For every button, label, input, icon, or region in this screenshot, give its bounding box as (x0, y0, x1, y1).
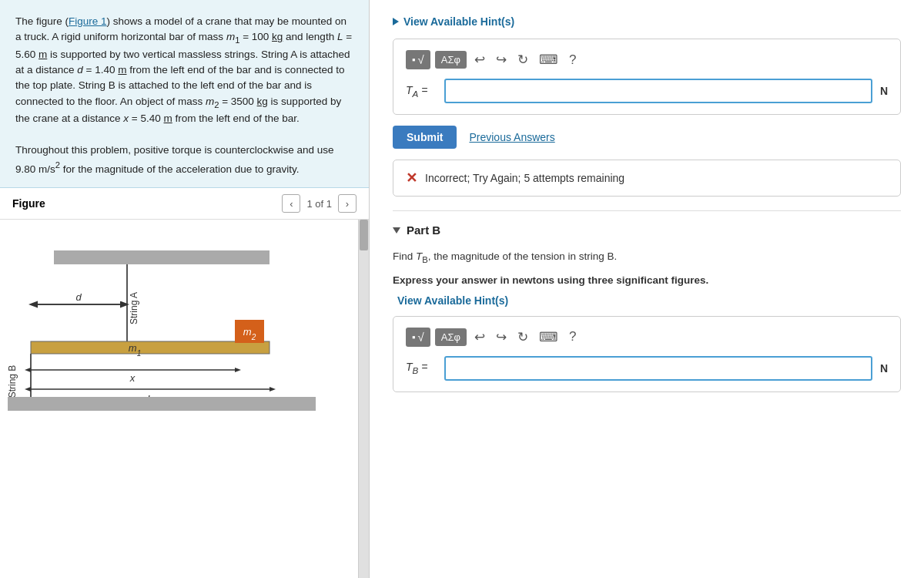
horizontal-bar (31, 341, 270, 354)
submit-button[interactable]: Submit (393, 126, 457, 149)
redo-button[interactable]: ↪ (493, 50, 510, 69)
hint-link-partA[interactable]: View Available Hint(s) (393, 15, 901, 28)
sqrt-icon-b: √ (418, 331, 424, 344)
symbol-button[interactable]: ΑΣφ (435, 51, 467, 69)
part-b-description: Find TB, the magnitude of the tension in… (393, 249, 901, 267)
toolbar-partA: ▪ √ ΑΣφ ↩ ↪ ↻ ⌨ ? (406, 50, 888, 69)
error-box: ✕ Incorrect; Try Again; 5 attempts remai… (393, 160, 901, 197)
partB-answer-input[interactable] (444, 356, 872, 381)
part-b-express: Express your answer in newtons using thr… (393, 273, 901, 288)
figure-prev-button[interactable]: ‹ (282, 194, 300, 213)
matrix-icon: ▪ (412, 54, 416, 66)
figure-navigation: ‹ 1 of 1 › (282, 194, 357, 213)
left-inner: m2 m1 d x L (0, 220, 369, 578)
partB-unit: N (880, 362, 888, 375)
L-arrow-right (270, 387, 276, 391)
redo-button-b[interactable]: ↪ (493, 328, 510, 347)
previous-answers-link[interactable]: Previous Answers (469, 131, 554, 143)
part-divider (393, 210, 901, 211)
partA-unit: N (880, 85, 888, 97)
string-b-label: String B (8, 365, 18, 398)
bottom-plate (8, 397, 316, 411)
answer-box-partA: ▪ √ ΑΣφ ↩ ↪ ↻ ⌨ ? TA = N (393, 39, 901, 115)
help-button[interactable]: ? (566, 51, 579, 69)
x-arrow-left (25, 368, 31, 372)
torque-text: Throughout this problem, positive torque… (15, 143, 353, 176)
figure-link[interactable]: Figure 1 (69, 15, 107, 27)
matrix-icon-b: ▪ (412, 331, 416, 343)
scroll-thumb (360, 220, 368, 250)
diagram-svg: m2 m1 d x L (8, 227, 316, 428)
part-b-label: Part B (407, 223, 440, 237)
left-panel: The figure (Figure 1) shows a model of a… (0, 0, 370, 578)
hint-link-label: View Available Hint(s) (403, 15, 514, 28)
keyboard-button-b[interactable]: ⌨ (536, 328, 561, 347)
toolbar-partB: ▪ √ ΑΣφ ↩ ↪ ↻ ⌨ ? (406, 328, 888, 347)
input-row-partA: TA = N (406, 79, 888, 103)
undo-button-b[interactable]: ↩ (471, 328, 488, 347)
part-b-header: Part B (393, 223, 901, 237)
answer-box-partB: ▪ √ ΑΣφ ↩ ↪ ↻ ⌨ ? TB = N (393, 316, 901, 392)
matrix-sqrt-button-b[interactable]: ▪ √ (406, 328, 430, 347)
x-label: x (129, 372, 136, 384)
partB-input-label: TB = (406, 361, 437, 375)
figure-next-button[interactable]: › (338, 194, 357, 213)
symbol-button-b[interactable]: ΑΣφ (435, 328, 467, 346)
error-icon: ✕ (406, 170, 417, 187)
symbol-label: ΑΣφ (441, 54, 460, 66)
sqrt-icon: √ (418, 53, 424, 66)
symbol-label-b: ΑΣφ (441, 331, 460, 343)
undo-button[interactable]: ↩ (471, 50, 488, 69)
hint-link-partB[interactable]: View Available Hint(s) (393, 294, 901, 307)
figure-header: Figure ‹ 1 of 1 › (0, 188, 369, 220)
figure-area: m2 m1 d x L (0, 220, 358, 578)
L-arrow-left (25, 387, 31, 391)
hint-partB-label: View Available Hint(s) (397, 294, 508, 307)
problem-text-area: The figure (Figure 1) shows a model of a… (0, 0, 369, 188)
partA-input-label: TA = (406, 84, 437, 99)
submit-row-partA: Submit Previous Answers (393, 126, 901, 149)
hint-triangle-icon (393, 18, 399, 25)
input-row-partB: TB = N (406, 356, 888, 381)
string-a-label: String A (129, 292, 139, 324)
part-b-triangle-icon[interactable] (393, 227, 400, 234)
d-label: d (75, 291, 82, 303)
scroll-indicator[interactable] (358, 220, 369, 578)
error-message: Incorrect; Try Again; 5 attempts remaini… (425, 172, 624, 184)
right-panel: View Available Hint(s) ▪ √ ΑΣφ ↩ ↪ ↻ ⌨ ?… (370, 0, 924, 578)
refresh-button[interactable]: ↻ (514, 50, 531, 69)
problem-text: The figure (Figure 1) shows a model of a… (15, 14, 353, 126)
refresh-button-b[interactable]: ↻ (514, 328, 531, 347)
keyboard-button[interactable]: ⌨ (536, 50, 561, 69)
top-plate (54, 250, 270, 264)
figure-title: Figure (12, 197, 45, 210)
matrix-sqrt-button[interactable]: ▪ √ (406, 50, 430, 69)
x-arrow-right (235, 368, 241, 372)
help-button-b[interactable]: ? (566, 328, 579, 346)
partA-answer-input[interactable] (444, 79, 872, 103)
figure-page: 1 of 1 (306, 198, 332, 210)
